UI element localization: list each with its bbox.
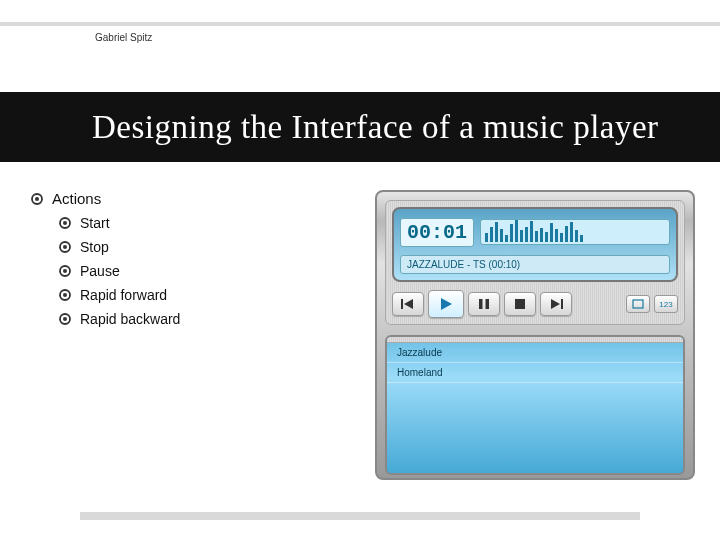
elapsed-time: 00:01 (400, 218, 474, 247)
bullet-target-icon (58, 216, 72, 230)
play-icon (439, 297, 453, 311)
bullet-target-icon (58, 240, 72, 254)
list-item-text: Rapid backward (80, 311, 180, 327)
list-item: Start (58, 215, 370, 231)
svg-point-3 (63, 221, 67, 225)
spectrum-bar (500, 229, 503, 242)
svg-point-9 (63, 293, 67, 297)
svg-rect-19 (561, 299, 563, 309)
spectrum-bar (535, 231, 538, 242)
svg-marker-14 (441, 298, 452, 310)
now-playing-label: JAZZALUDE - TS (00:10) (400, 255, 670, 274)
pause-button[interactable] (468, 292, 500, 316)
prev-track-button[interactable] (392, 292, 424, 316)
window-mode-button[interactable] (626, 295, 650, 313)
stop-icon (514, 298, 526, 310)
numeric-button[interactable]: 123 (654, 295, 678, 313)
playlist-item[interactable]: Homeland (387, 363, 683, 383)
svg-point-11 (63, 317, 67, 321)
title-band: Designing the Interface of a music playe… (0, 92, 720, 162)
spectrum-bar (490, 227, 493, 242)
skip-prev-icon (401, 298, 415, 310)
spectrum-bar (570, 222, 573, 242)
playlist-panel: Jazzalude Homeland (385, 335, 685, 475)
spectrum-bar (580, 235, 583, 242)
spectrum-bar (575, 230, 578, 242)
player-panel: 00:01 JAZZALUDE - TS (00:10) (385, 200, 685, 325)
spectrum-bar (485, 233, 488, 242)
svg-marker-18 (551, 299, 560, 309)
play-button[interactable] (428, 290, 464, 318)
footer-divider (80, 512, 640, 520)
bullet-list: Actions Start Stop Pause Rapid forward R… (30, 190, 370, 335)
list-item: Rapid forward (58, 287, 370, 303)
spectrum-bar (555, 229, 558, 242)
stop-button[interactable] (504, 292, 536, 316)
slide-title: Designing the Interface of a music playe… (0, 109, 659, 146)
list-heading-text: Actions (52, 190, 101, 207)
svg-rect-12 (401, 299, 403, 309)
svg-marker-13 (404, 299, 413, 309)
next-track-button[interactable] (540, 292, 572, 316)
bullet-target-icon (30, 192, 44, 206)
svg-point-5 (63, 245, 67, 249)
author-name: Gabriel Spitz (95, 32, 152, 43)
transport-controls: 123 (392, 290, 678, 318)
music-player: 00:01 JAZZALUDE - TS (00:10) (375, 190, 695, 480)
playlist-item[interactable]: Jazzalude (387, 343, 683, 363)
svg-rect-17 (515, 299, 525, 309)
spectrum-bar (515, 220, 518, 242)
spectrum-bar (510, 224, 513, 242)
list-item-text: Pause (80, 263, 120, 279)
spectrum-bar (565, 226, 568, 243)
list-item: Stop (58, 239, 370, 255)
list-item: Pause (58, 263, 370, 279)
window-icon (632, 299, 644, 309)
lcd-top-row: 00:01 (400, 215, 670, 249)
bullet-target-icon (58, 312, 72, 326)
spectrum-bar (525, 227, 528, 242)
list-heading: Actions (30, 190, 370, 207)
spectrum-bar (560, 233, 563, 242)
svg-rect-20 (633, 300, 643, 308)
svg-point-1 (35, 197, 39, 201)
lcd-display: 00:01 JAZZALUDE - TS (00:10) (392, 207, 678, 282)
list-item-text: Start (80, 215, 110, 231)
pause-icon (478, 298, 490, 310)
spectrum-bar (540, 228, 543, 242)
spectrum-bar (530, 221, 533, 242)
header-divider (0, 22, 720, 26)
bullet-target-icon (58, 288, 72, 302)
list-item: Rapid backward (58, 311, 370, 327)
svg-point-7 (63, 269, 67, 273)
spectrum-bar (520, 230, 523, 242)
list-item-text: Stop (80, 239, 109, 255)
spectrum-bar (495, 222, 498, 242)
spectrum-bar (545, 232, 548, 242)
skip-next-icon (549, 298, 563, 310)
spectrum-bar (505, 235, 508, 242)
spectrum-visualizer (480, 219, 670, 245)
svg-rect-16 (486, 299, 490, 309)
svg-rect-15 (479, 299, 483, 309)
list-item-text: Rapid forward (80, 287, 167, 303)
bullet-target-icon (58, 264, 72, 278)
spectrum-bar (550, 223, 553, 242)
